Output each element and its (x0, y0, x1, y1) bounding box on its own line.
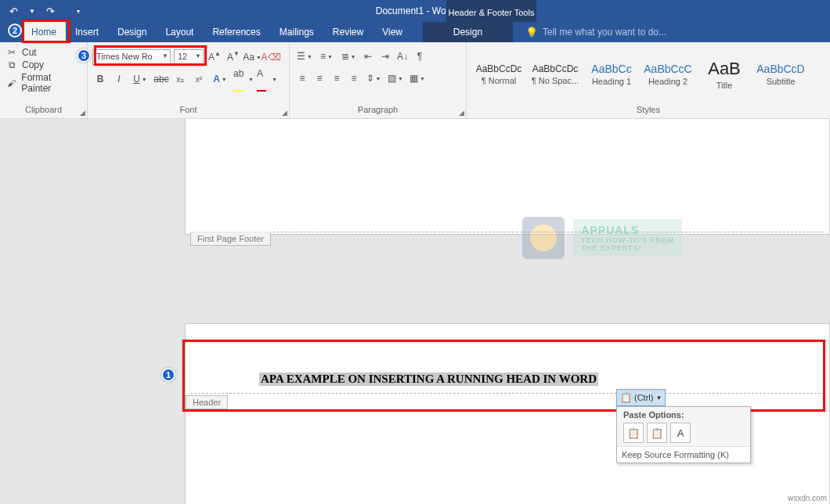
clear-formatting-button[interactable]: A⌫ (263, 49, 279, 65)
font-name-combo[interactable]: Times New Ro▼ (92, 49, 171, 65)
watermark-line2: TECH HOW-TO'S FROM (581, 236, 674, 244)
numbering-button[interactable]: ≡▼ (316, 49, 337, 64)
style-preview: AaBbCcDc (532, 63, 579, 74)
text-effects-button[interactable]: A▼ (210, 71, 230, 87)
style-item-0[interactable]: AaBbCcDc¶ Normal (471, 51, 526, 98)
chevron-down-icon: ▼ (162, 52, 168, 59)
tab-insert[interactable]: Insert (66, 22, 108, 42)
paste-options-header: Paste Options: (617, 407, 750, 421)
paste-ctrl-label: (Ctrl) (634, 393, 653, 402)
page-1[interactable]: APPUALS TECH HOW-TO'S FROM THE EXPERTS! … (185, 119, 830, 235)
watermark: APPUALS TECH HOW-TO'S FROM THE EXPERTS! (522, 217, 682, 259)
strikethrough-button[interactable]: abc (153, 71, 169, 87)
tab-design[interactable]: Design (108, 22, 156, 42)
header-running-head-text[interactable]: APA EXAMPLE ON INSERTING A RUNNING HEAD … (259, 373, 598, 386)
highlight-button[interactable]: ab▼ (233, 71, 254, 87)
change-case-button[interactable]: Aa▼ (244, 49, 260, 65)
tell-me-placeholder: Tell me what you want to do... (543, 27, 666, 38)
group-paragraph: ☰▼ ≡▼ ≣▼ ⇤ ⇥ A↓ ¶ ≡ ≡ ≡ ≡ ⇕▼ ▧▼ ▦▼ Parag… (290, 42, 467, 118)
format-painter-label: Format Painter (21, 72, 81, 94)
copy-button[interactable]: Copy (5, 59, 82, 70)
contextual-tab-group-label: Header & Footer Tools (446, 5, 536, 22)
lightbulb-icon: 💡 (525, 27, 538, 38)
paste-options-popup: Paste Options: 📋 📋 A Keep Source Formatt… (616, 406, 751, 463)
cut-button[interactable]: Cut (5, 47, 82, 58)
tab-header-footer-design[interactable]: Design (423, 22, 513, 42)
italic-button[interactable]: I (111, 71, 127, 87)
justify-button[interactable]: ≡ (346, 70, 362, 86)
tab-layout[interactable]: Layout (156, 22, 203, 42)
align-center-button[interactable]: ≡ (312, 70, 327, 86)
undo-dropdown-icon[interactable]: ▼ (26, 6, 38, 16)
paste-text-only-button[interactable]: A (670, 423, 691, 443)
brush-icon (6, 77, 16, 88)
font-size-combo[interactable]: 12▼ (174, 49, 204, 65)
font-color-button[interactable]: A▼ (257, 71, 277, 87)
tab-home[interactable]: Home (22, 22, 66, 42)
style-label: Title (716, 81, 732, 90)
group-label-paragraph: Paragraph (294, 104, 461, 118)
window-title: Document1 - Word (0, 5, 830, 16)
tab-references[interactable]: References (203, 22, 269, 42)
style-preview: AaB (708, 59, 741, 79)
multilevel-list-button[interactable]: ≣▼ (338, 49, 359, 64)
shading-button[interactable]: ▧▼ (385, 70, 406, 86)
style-label: Heading 1 (592, 77, 631, 86)
paste-merge-button[interactable]: 📋 (647, 423, 667, 443)
step-badge-2: 2 (8, 23, 22, 38)
tab-review[interactable]: Review (323, 22, 373, 42)
chevron-down-icon: ▼ (195, 52, 201, 59)
style-preview: AaBbCcC (644, 63, 691, 75)
font-name-value: Times New Ro (96, 52, 153, 61)
bullets-button[interactable]: ☰▼ (294, 49, 315, 64)
grow-font-button[interactable]: A▲ (207, 49, 222, 65)
undo-icon[interactable]: ↶ (6, 4, 21, 19)
show-paragraph-marks-button[interactable]: ¶ (412, 49, 428, 64)
style-item-1[interactable]: AaBbCcDc¶ No Spac... (528, 51, 583, 98)
paragraph-dialog-launcher-icon[interactable]: ◢ (459, 109, 464, 117)
style-label: Subtitle (767, 77, 796, 86)
increase-indent-button[interactable]: ⇥ (377, 49, 393, 64)
attribution-text: wsxdn.com (788, 494, 827, 502)
tab-view[interactable]: View (373, 22, 412, 42)
qat-customize-icon[interactable]: ▾ (74, 6, 83, 16)
subscript-button[interactable]: x₂ (172, 71, 188, 87)
repeat-icon[interactable]: ↷ (43, 4, 58, 19)
style-label: ¶ No Spac... (532, 76, 579, 85)
borders-button[interactable]: ▦▼ (407, 70, 428, 86)
style-item-5[interactable]: AaBbCcDSubtitle (753, 51, 808, 98)
clipboard-dialog-launcher-icon[interactable]: ◢ (80, 109, 85, 117)
watermark-logo-icon (522, 217, 565, 259)
line-spacing-button[interactable]: ⇕▼ (363, 70, 384, 86)
header-dashed-line (190, 393, 825, 394)
style-item-3[interactable]: AaBbCcCHeading 2 (641, 51, 695, 98)
superscript-button[interactable]: x² (191, 71, 207, 87)
format-painter-button[interactable]: Format Painter (5, 72, 82, 94)
align-left-button[interactable]: ≡ (294, 70, 310, 86)
watermark-line1: APPUALS (581, 224, 674, 236)
font-size-value: 12 (178, 52, 187, 61)
style-label: Heading 2 (648, 77, 687, 86)
group-font: Times New Ro▼ 12▼ A▲ A▼ Aa▼ A⌫ B I U▼ ab… (88, 42, 290, 118)
paste-options-button[interactable]: 📋 (Ctrl) ▼ (616, 389, 666, 406)
tell-me-box[interactable]: 💡 Tell me what you want to do... (513, 22, 830, 42)
quick-access-toolbar: ↶ ▼ ↷ ▾ (0, 4, 83, 19)
tab-mailings[interactable]: Mailings (270, 22, 323, 42)
header-tag: Header (186, 395, 228, 409)
style-item-4[interactable]: AaBTitle (697, 51, 752, 98)
copy-icon (6, 59, 17, 70)
style-item-2[interactable]: AaBbCcHeading 1 (584, 51, 639, 98)
underline-button[interactable]: U▼ (130, 71, 150, 87)
style-preview: AaBbCcDc (476, 63, 522, 74)
chevron-down-icon: ▼ (655, 394, 662, 401)
shrink-font-button[interactable]: A▼ (226, 49, 241, 65)
align-right-button[interactable]: ≡ (329, 70, 345, 86)
footer-tag: First Page Footer (190, 232, 271, 246)
sort-button[interactable]: A↓ (395, 49, 410, 64)
font-dialog-launcher-icon[interactable]: ◢ (282, 109, 287, 117)
decrease-indent-button[interactable]: ⇤ (360, 49, 376, 64)
bold-button[interactable]: B (92, 71, 108, 87)
group-label-clipboard: Clipboard (5, 104, 82, 118)
scissors-icon (6, 47, 17, 58)
paste-keep-source-button[interactable]: 📋 (623, 423, 644, 443)
